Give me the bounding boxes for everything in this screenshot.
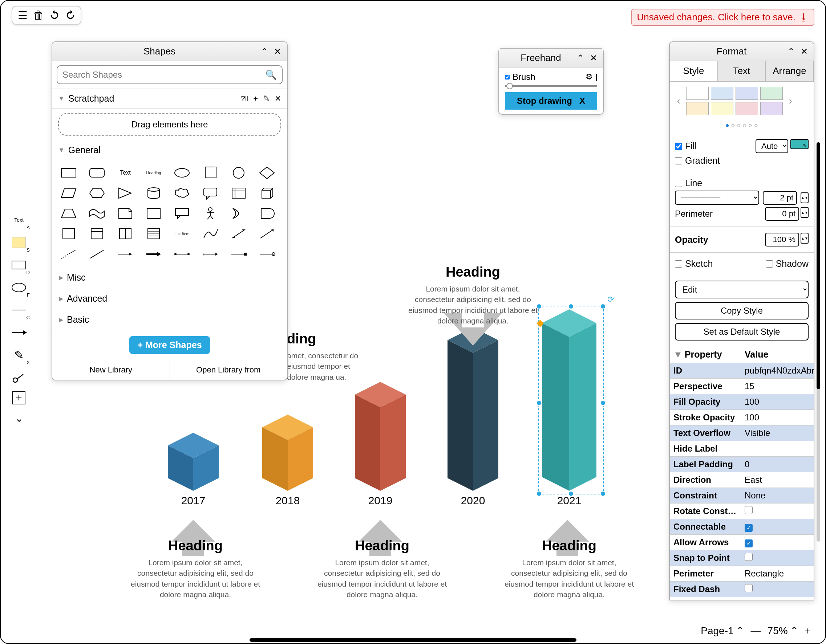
swatch-8[interactable]: [760, 102, 783, 115]
shape-actor[interactable]: [200, 205, 221, 222]
fill-mode-select[interactable]: Auto: [756, 139, 788, 153]
edit-icon[interactable]: ✎: [263, 94, 270, 104]
perimeter-input[interactable]: [765, 207, 799, 221]
property-row[interactable]: Stroke Opacity100: [670, 410, 814, 426]
open-library-button[interactable]: Open Library from: [170, 360, 287, 380]
freehand-tool[interactable]: ✎X: [10, 346, 28, 364]
swatch-4[interactable]: [760, 87, 783, 100]
shape-note[interactable]: [115, 205, 136, 222]
swatch-3[interactable]: [736, 87, 758, 100]
line-width-input[interactable]: [763, 191, 797, 205]
more-shapes-button[interactable]: + More Shapes: [129, 336, 210, 354]
help-icon[interactable]: ?⃝: [241, 94, 248, 104]
more-tools[interactable]: ⌄: [10, 409, 28, 427]
arrow-tool[interactable]: [10, 324, 28, 341]
shape-arrow-ne[interactable]: [256, 225, 278, 242]
format-scrollbar[interactable]: [817, 142, 820, 542]
page-selector[interactable]: Page-1⌃: [701, 625, 744, 637]
shape-square[interactable]: [200, 164, 221, 181]
shape-callout-rect[interactable]: [171, 205, 193, 222]
waypoint-tool[interactable]: [10, 369, 28, 386]
shape-arrow-thick[interactable]: [143, 246, 164, 262]
line-style-select[interactable]: ───────: [675, 190, 759, 205]
shape-conn-2[interactable]: [200, 246, 221, 262]
swatch-2[interactable]: [711, 87, 733, 100]
note-tool[interactable]: S: [10, 234, 28, 251]
line-tool[interactable]: C: [10, 301, 28, 319]
selection-box[interactable]: ⟳: [538, 306, 604, 494]
swatch-1[interactable]: [686, 87, 709, 100]
shape-callout[interactable]: [200, 185, 221, 201]
shape-datastore[interactable]: [58, 225, 79, 242]
search-shapes-input[interactable]: [57, 65, 283, 84]
shape-heading[interactable]: Heading: [143, 164, 164, 181]
format-panel-header[interactable]: Format ⌃✕: [670, 42, 814, 61]
property-row[interactable]: Fill Opacity100: [670, 394, 814, 410]
property-row[interactable]: IDpubfqn4N0zdxAbnbV6L2-6: [670, 363, 814, 379]
remove-icon[interactable]: ✕: [275, 94, 281, 104]
shape-trapezoid[interactable]: [58, 205, 79, 222]
shape-conn-4[interactable]: [256, 246, 278, 262]
shape-list[interactable]: [143, 225, 164, 242]
swatch-next-icon[interactable]: ›: [786, 95, 794, 107]
opacity-stepper[interactable]: ▲▼: [801, 233, 809, 244]
shape-line-plain[interactable]: [87, 246, 107, 262]
shape-curve[interactable]: [200, 225, 221, 242]
menu-icon[interactable]: ☰: [16, 9, 29, 22]
close-icon[interactable]: ✕: [801, 46, 808, 57]
add-icon[interactable]: +: [253, 94, 258, 104]
shape-arrow-thin[interactable]: [115, 246, 136, 262]
ellipse-tool[interactable]: F: [10, 279, 28, 296]
misc-section[interactable]: ▶Misc: [52, 267, 287, 288]
property-row[interactable]: Label Padding0: [670, 457, 814, 472]
tab-arrange[interactable]: Arrange: [766, 61, 814, 81]
swatch-prev-icon[interactable]: ‹: [675, 95, 683, 107]
shape-tape[interactable]: [87, 205, 107, 222]
swatch-7[interactable]: [736, 102, 758, 115]
close-icon[interactable]: ✕: [274, 46, 281, 57]
shape-internal-storage[interactable]: [228, 185, 249, 201]
basic-section[interactable]: ▶Basic: [52, 309, 287, 330]
advanced-section[interactable]: ▶Advanced: [52, 288, 287, 309]
shape-dashed-line[interactable]: [58, 246, 79, 262]
brush-checkbox[interactable]: [505, 75, 509, 79]
property-row[interactable]: PerimeterRectangle: [670, 566, 814, 582]
property-row[interactable]: ConstraintNone: [670, 488, 814, 503]
shape-circle[interactable]: [228, 164, 249, 181]
gradient-checkbox[interactable]: [675, 157, 682, 164]
tab-text[interactable]: Text: [718, 61, 766, 81]
shape-text[interactable]: Text: [115, 164, 136, 181]
rectangle-tool[interactable]: D: [10, 256, 28, 274]
fill-checkbox[interactable]: [675, 142, 682, 150]
sketch-checkbox[interactable]: [675, 260, 682, 268]
shape-cylinder[interactable]: [143, 185, 164, 201]
stop-drawing-button[interactable]: Stop drawingX: [505, 92, 597, 110]
collapse-icon[interactable]: ⌃: [787, 46, 795, 57]
shadow-checkbox[interactable]: [766, 260, 773, 268]
freehand-panel-header[interactable]: Freehand ⌃✕: [499, 49, 603, 68]
collapse-icon[interactable]: ⌃: [577, 53, 584, 63]
horizontal-scrollbar[interactable]: [250, 638, 576, 642]
shape-triangle[interactable]: [115, 185, 136, 201]
swatch-page-dots[interactable]: ● ○ ○ ○ ○ ○: [670, 120, 814, 133]
property-row[interactable]: DirectionEast: [670, 472, 814, 488]
shape-and[interactable]: [256, 205, 278, 222]
shape-hexagon[interactable]: [87, 185, 107, 201]
zoom-level[interactable]: 75%⌃: [767, 625, 798, 637]
gear-icon[interactable]: ⚙: [585, 72, 593, 81]
undo-icon[interactable]: [48, 9, 61, 22]
add-tool[interactable]: +: [12, 391, 25, 404]
scratchpad-section[interactable]: ▼Scratchpad ?⃝+✎✕: [52, 89, 287, 108]
brush-color-swatch[interactable]: [596, 74, 597, 81]
shape-card[interactable]: [143, 205, 164, 222]
zoom-out-button[interactable]: —: [751, 625, 761, 637]
shape-conn-3[interactable]: [228, 246, 249, 262]
shape-listitem[interactable]: List Item: [171, 225, 193, 242]
perimeter-stepper[interactable]: ▲▼: [801, 207, 809, 218]
property-row[interactable]: Snap to Point: [670, 550, 814, 566]
shape-or[interactable]: [228, 205, 249, 222]
property-row[interactable]: Perspective15: [670, 379, 814, 394]
new-library-button[interactable]: New Library: [52, 360, 170, 380]
shape-rounded-rect[interactable]: [87, 164, 107, 181]
property-row[interactable]: Container: [670, 597, 814, 601]
